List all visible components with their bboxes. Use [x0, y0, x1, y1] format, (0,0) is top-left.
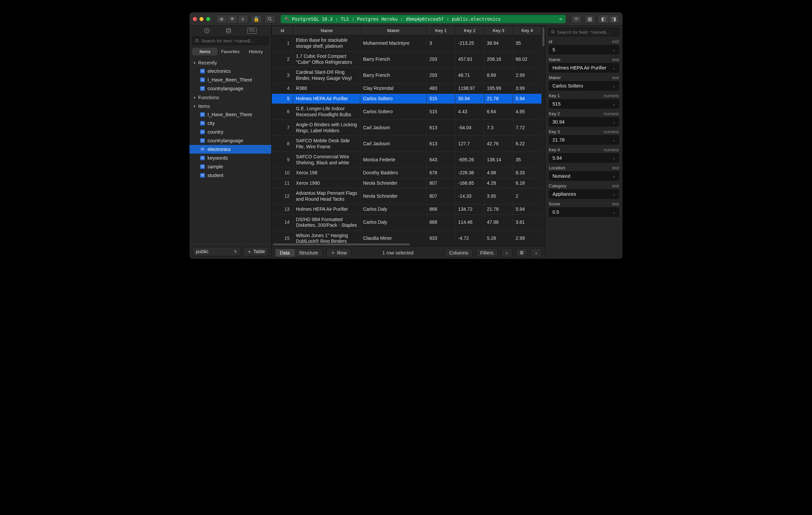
chevron-down-icon: ▼	[193, 96, 196, 100]
field-input[interactable]: Nunavut⌄	[549, 171, 619, 181]
cell-name: Holmes HEPA Air Purifier	[293, 93, 360, 104]
sidebar-search[interactable]: Search for item: ^name$…	[192, 36, 268, 45]
section-functions[interactable]: ▼Functions	[190, 93, 271, 102]
tab-favorites[interactable]: Favorites	[218, 48, 243, 55]
left-panel-toggle[interactable]: ◧	[598, 15, 609, 23]
field-type: text	[612, 75, 619, 80]
sidebar-item-countrylanguage[interactable]: countrylanguage	[190, 136, 271, 145]
keyboard-icon: ⌨	[559, 16, 562, 22]
minimize-window-button[interactable]	[200, 17, 203, 21]
sidebar-item-countrylanguage[interactable]: countrylanguage	[190, 84, 271, 93]
field-input[interactable]: Holmes HEPA Air Purifier⌄	[549, 63, 619, 73]
cell-k2: -213.25	[455, 35, 484, 51]
sql-icon[interactable]: SQL	[247, 28, 257, 34]
table-row[interactable]: 1Eldon Base for stackable storage shelf,…	[272, 35, 542, 51]
table-row[interactable]: 10Xerox 198Dorothy Badders678-226.364.98…	[272, 168, 542, 178]
data-grid[interactable]: idNameMakerKey 1Key 2Key 3Key 4 1Eldon B…	[271, 26, 542, 243]
add-row-button[interactable]: ＋Row	[326, 248, 351, 258]
field-input[interactable]: 0.5⌄	[549, 208, 619, 217]
table-row[interactable]: 6G.E. Longer-Life Indoor Recessed Floodl…	[272, 104, 542, 120]
preview-button[interactable]: 👁	[227, 15, 237, 23]
search-button[interactable]	[265, 15, 275, 23]
table-row[interactable]: 12Advantus Map Pennant Flags and Round H…	[272, 188, 542, 205]
connection-bar[interactable]: 🔌 PostgreSQL 10.3 : TLS : Postgres Herok…	[281, 15, 566, 23]
sidebar-item-I_Have_Been_There[interactable]: I_Have_Been_There	[190, 76, 271, 84]
column-header[interactable]: Key 3	[484, 26, 513, 35]
list-button[interactable]: ≡	[237, 15, 248, 23]
settings-button[interactable]: ⚙	[516, 248, 527, 258]
field-input[interactable]: Appliances⌄	[549, 189, 619, 199]
tab-history[interactable]: History	[243, 48, 268, 55]
column-header[interactable]: id	[272, 26, 293, 35]
back-button[interactable]: ⊗	[216, 15, 227, 23]
table-row[interactable]: 21.7 Cubic Foot Compact "Cube" Office Re…	[272, 51, 542, 67]
database-icon[interactable]	[226, 28, 232, 34]
table-row[interactable]: 14DS/HD IBM Formatted Diskettes, 200/Pac…	[272, 214, 542, 231]
sidebar-item-keywords[interactable]: keywords	[190, 154, 271, 162]
table-row[interactable]: 7Angle-D Binders with Locking Rings, Lab…	[272, 120, 542, 136]
section-recently[interactable]: ▼Recently	[190, 58, 271, 67]
vertical-scrollbar[interactable]	[542, 26, 545, 243]
table-row[interactable]: 3Cardinal Slant-D® Ring Binder, Heavy Ga…	[272, 67, 542, 83]
sidebar-item-I_Have_Been_There[interactable]: I_Have_Been_There	[190, 110, 271, 119]
add-table-button[interactable]: ＋ Table	[243, 247, 268, 256]
cell-name: Xerox 198	[293, 168, 360, 178]
field-input[interactable]: 30.94⌄	[549, 117, 619, 127]
field-value: 515	[552, 101, 560, 107]
cell-k1: 515	[427, 104, 455, 120]
chevron-down-icon: ▼	[193, 61, 196, 65]
column-header[interactable]: Key 1	[427, 26, 455, 35]
tab-items[interactable]: Items	[192, 48, 218, 55]
field-input[interactable]: 5⌄	[549, 45, 619, 54]
sidebar-item-student[interactable]: student	[190, 171, 271, 180]
field-type: numeric	[604, 111, 619, 116]
columns-button[interactable]: Columns	[445, 248, 472, 258]
column-header[interactable]: Key 4	[513, 26, 542, 35]
zoom-window-button[interactable]	[206, 17, 210, 21]
field-value: Carlos Soltero	[552, 83, 583, 88]
cell-k3: 6.64	[484, 104, 513, 120]
filters-button[interactable]: Filters	[476, 248, 498, 258]
bolt-icon[interactable]	[204, 28, 210, 34]
column-header[interactable]: Key 2	[455, 26, 484, 35]
field-id: idint25⌄	[546, 38, 622, 56]
close-window-button[interactable]	[193, 17, 197, 21]
table-row[interactable]: 9SAFCO Commercial Wire Shelving, Black a…	[272, 152, 542, 168]
field-input[interactable]: Carlos Soltero⌄	[549, 81, 619, 90]
right-panel-toggle[interactable]: ◨	[609, 15, 619, 23]
sidebar-item-country[interactable]: country	[190, 128, 271, 136]
grid-view-button[interactable]: ▦	[584, 15, 595, 23]
field-input[interactable]: 515⌄	[549, 99, 619, 109]
svg-point-3	[227, 28, 231, 30]
column-header[interactable]: Name	[293, 26, 360, 35]
table-row[interactable]: 5Holmes HEPA Air PurifierCarlos Soltero5…	[272, 93, 542, 104]
prev-page-button[interactable]: ‹	[501, 248, 513, 258]
section-items[interactable]: ▼Items	[190, 102, 271, 110]
column-header[interactable]: Maker	[360, 26, 427, 35]
inspector-search[interactable]: Search for field: ^name$…	[548, 28, 620, 36]
next-page-button[interactable]: ›	[530, 248, 542, 258]
horizontal-scrollbar[interactable]	[271, 243, 545, 246]
cell-maker: Barry French	[360, 67, 427, 83]
structure-tab[interactable]: Structure	[295, 249, 323, 257]
schema-select[interactable]: public ⇅	[192, 247, 240, 256]
table-row[interactable]: 4R380Clay Rozendal4831198.97195.993.99	[272, 83, 542, 94]
field-value: Nunavut	[552, 173, 571, 179]
refresh-button[interactable]: ⟳	[571, 15, 582, 23]
field-input[interactable]: 5.94⌄	[549, 153, 619, 163]
sidebar-item-electronics[interactable]: electronics	[190, 145, 271, 154]
updown-icon: ⇅	[234, 249, 237, 254]
table-row[interactable]: 8SAFCO Mobile Desk Side File, Wire Frame…	[272, 136, 542, 152]
grid-footer: Data Structure ＋Row 1 row selected Colum…	[271, 246, 545, 259]
sidebar-item-electronics[interactable]: electronics	[190, 67, 271, 76]
sidebar-item-city[interactable]: city	[190, 119, 271, 128]
table-row[interactable]: 13Holmes HEPA Air PurifierCarlos Daly868…	[272, 205, 542, 215]
cell-k3: 38.94	[484, 35, 513, 51]
sidebar-item-sample[interactable]: sample	[190, 162, 271, 171]
cell-k3: 47.98	[484, 214, 513, 231]
lock-button[interactable]: 🔒	[251, 15, 262, 23]
field-input[interactable]: 21.78⌄	[549, 135, 619, 145]
data-tab[interactable]: Data	[275, 249, 295, 257]
table-row[interactable]: 15Wilson Jones 1" Hanging DublLock® Ring…	[272, 231, 542, 243]
table-row[interactable]: 11Xerox 1980Neola Schneider807-166.854.2…	[272, 178, 542, 188]
